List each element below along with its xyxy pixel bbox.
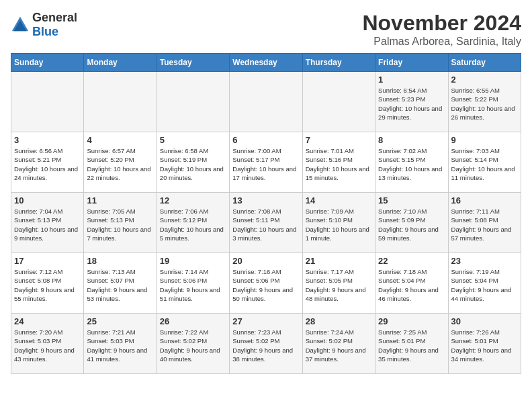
calendar-cell: 20Sunrise: 7:16 AM Sunset: 5:06 PM Dayli… bbox=[230, 253, 302, 314]
day-info: Sunrise: 7:13 AM Sunset: 5:07 PM Dayligh… bbox=[87, 267, 153, 303]
calendar-cell bbox=[230, 72, 302, 132]
calendar-week-row: 3Sunrise: 6:56 AM Sunset: 5:21 PM Daylig… bbox=[11, 132, 521, 193]
day-info: Sunrise: 7:10 AM Sunset: 5:09 PM Dayligh… bbox=[378, 207, 445, 242]
calendar-cell: 10Sunrise: 7:04 AM Sunset: 5:13 PM Dayli… bbox=[11, 193, 84, 253]
calendar-cell: 30Sunrise: 7:26 AM Sunset: 5:01 PM Dayli… bbox=[448, 314, 521, 374]
day-number: 8 bbox=[378, 135, 445, 145]
weekday-header: Monday bbox=[84, 54, 157, 72]
calendar-cell: 29Sunrise: 7:25 AM Sunset: 5:01 PM Dayli… bbox=[375, 314, 448, 374]
location-title: Palmas Arborea, Sardinia, Italy bbox=[362, 36, 521, 48]
calendar-cell: 4Sunrise: 6:57 AM Sunset: 5:20 PM Daylig… bbox=[84, 132, 157, 193]
day-info: Sunrise: 7:05 AM Sunset: 5:13 PM Dayligh… bbox=[87, 207, 153, 242]
day-number: 14 bbox=[306, 195, 372, 205]
calendar-cell: 17Sunrise: 7:12 AM Sunset: 5:08 PM Dayli… bbox=[11, 253, 84, 314]
day-number: 29 bbox=[378, 316, 445, 326]
calendar-week-row: 10Sunrise: 7:04 AM Sunset: 5:13 PM Dayli… bbox=[11, 193, 521, 253]
day-info: Sunrise: 7:24 AM Sunset: 5:02 PM Dayligh… bbox=[306, 328, 372, 363]
day-number: 19 bbox=[160, 256, 226, 266]
day-info: Sunrise: 7:03 AM Sunset: 5:14 PM Dayligh… bbox=[451, 146, 518, 182]
day-info: Sunrise: 7:19 AM Sunset: 5:04 PM Dayligh… bbox=[451, 267, 518, 303]
calendar-week-row: 17Sunrise: 7:12 AM Sunset: 5:08 PM Dayli… bbox=[11, 253, 521, 314]
day-number: 26 bbox=[160, 316, 226, 326]
day-number: 15 bbox=[378, 195, 445, 205]
calendar-cell: 11Sunrise: 7:05 AM Sunset: 5:13 PM Dayli… bbox=[84, 193, 157, 253]
calendar-cell: 24Sunrise: 7:20 AM Sunset: 5:03 PM Dayli… bbox=[11, 314, 84, 374]
calendar-cell: 18Sunrise: 7:13 AM Sunset: 5:07 PM Dayli… bbox=[84, 253, 157, 314]
day-info: Sunrise: 7:20 AM Sunset: 5:03 PM Dayligh… bbox=[14, 328, 81, 363]
calendar-cell: 8Sunrise: 7:02 AM Sunset: 5:15 PM Daylig… bbox=[375, 132, 448, 193]
calendar-cell: 5Sunrise: 6:58 AM Sunset: 5:19 PM Daylig… bbox=[157, 132, 229, 193]
day-info: Sunrise: 7:16 AM Sunset: 5:06 PM Dayligh… bbox=[232, 267, 299, 303]
calendar-cell: 16Sunrise: 7:11 AM Sunset: 5:08 PM Dayli… bbox=[448, 193, 521, 253]
weekday-header: Saturday bbox=[448, 54, 521, 72]
calendar-week-row: 1Sunrise: 6:54 AM Sunset: 5:23 PM Daylig… bbox=[11, 72, 521, 132]
calendar-header-row: SundayMondayTuesdayWednesdayThursdayFrid… bbox=[11, 54, 521, 72]
calendar-cell: 9Sunrise: 7:03 AM Sunset: 5:14 PM Daylig… bbox=[448, 132, 521, 193]
day-number: 27 bbox=[232, 316, 299, 326]
weekday-header: Tuesday bbox=[157, 54, 229, 72]
day-info: Sunrise: 6:56 AM Sunset: 5:21 PM Dayligh… bbox=[14, 146, 81, 182]
day-number: 25 bbox=[87, 316, 153, 326]
day-number: 10 bbox=[14, 195, 81, 205]
day-info: Sunrise: 7:18 AM Sunset: 5:04 PM Dayligh… bbox=[378, 267, 445, 303]
day-number: 18 bbox=[87, 256, 153, 266]
day-info: Sunrise: 7:23 AM Sunset: 5:02 PM Dayligh… bbox=[232, 328, 299, 363]
day-info: Sunrise: 7:06 AM Sunset: 5:12 PM Dayligh… bbox=[160, 207, 226, 242]
day-info: Sunrise: 7:01 AM Sunset: 5:16 PM Dayligh… bbox=[306, 146, 372, 182]
calendar-cell: 28Sunrise: 7:24 AM Sunset: 5:02 PM Dayli… bbox=[302, 314, 375, 374]
day-info: Sunrise: 7:00 AM Sunset: 5:17 PM Dayligh… bbox=[232, 146, 299, 182]
calendar-week-row: 24Sunrise: 7:20 AM Sunset: 5:03 PM Dayli… bbox=[11, 314, 521, 374]
calendar-body: 1Sunrise: 6:54 AM Sunset: 5:23 PM Daylig… bbox=[11, 72, 521, 374]
day-number: 6 bbox=[232, 135, 299, 145]
month-title: November 2024 bbox=[362, 11, 521, 36]
day-number: 17 bbox=[14, 256, 81, 266]
day-info: Sunrise: 7:08 AM Sunset: 5:11 PM Dayligh… bbox=[232, 207, 299, 242]
calendar-cell bbox=[11, 72, 84, 132]
day-info: Sunrise: 7:02 AM Sunset: 5:15 PM Dayligh… bbox=[378, 146, 445, 182]
calendar-cell: 25Sunrise: 7:21 AM Sunset: 5:03 PM Dayli… bbox=[84, 314, 157, 374]
day-number: 4 bbox=[87, 135, 153, 145]
day-number: 9 bbox=[451, 135, 518, 145]
calendar-cell: 19Sunrise: 7:14 AM Sunset: 5:06 PM Dayli… bbox=[157, 253, 229, 314]
calendar-cell: 2Sunrise: 6:55 AM Sunset: 5:22 PM Daylig… bbox=[448, 72, 521, 132]
day-number: 28 bbox=[306, 316, 372, 326]
calendar-cell: 21Sunrise: 7:17 AM Sunset: 5:05 PM Dayli… bbox=[302, 253, 375, 314]
day-info: Sunrise: 6:57 AM Sunset: 5:20 PM Dayligh… bbox=[87, 146, 153, 182]
day-number: 22 bbox=[378, 256, 445, 266]
calendar-table: SundayMondayTuesdayWednesdayThursdayFrid… bbox=[11, 53, 521, 374]
header: General Blue November 2024 Palmas Arbore… bbox=[11, 11, 521, 48]
calendar-cell: 13Sunrise: 7:08 AM Sunset: 5:11 PM Dayli… bbox=[230, 193, 302, 253]
calendar-cell: 6Sunrise: 7:00 AM Sunset: 5:17 PM Daylig… bbox=[230, 132, 302, 193]
day-number: 3 bbox=[14, 135, 81, 145]
day-number: 7 bbox=[306, 135, 372, 145]
day-info: Sunrise: 7:26 AM Sunset: 5:01 PM Dayligh… bbox=[451, 328, 518, 363]
calendar-cell bbox=[302, 72, 375, 132]
logo-blue-text: Blue bbox=[32, 25, 58, 38]
calendar-cell: 3Sunrise: 6:56 AM Sunset: 5:21 PM Daylig… bbox=[11, 132, 84, 193]
day-info: Sunrise: 6:55 AM Sunset: 5:22 PM Dayligh… bbox=[451, 86, 518, 122]
weekday-header: Thursday bbox=[302, 54, 375, 72]
day-number: 13 bbox=[232, 195, 299, 205]
calendar-cell: 12Sunrise: 7:06 AM Sunset: 5:12 PM Dayli… bbox=[157, 193, 229, 253]
calendar-cell: 22Sunrise: 7:18 AM Sunset: 5:04 PM Dayli… bbox=[375, 253, 448, 314]
day-number: 12 bbox=[160, 195, 226, 205]
day-info: Sunrise: 7:04 AM Sunset: 5:13 PM Dayligh… bbox=[14, 207, 81, 242]
day-number: 11 bbox=[87, 195, 153, 205]
weekday-header: Sunday bbox=[11, 54, 84, 72]
calendar-cell bbox=[84, 72, 157, 132]
weekday-header: Wednesday bbox=[230, 54, 302, 72]
day-number: 1 bbox=[378, 75, 445, 85]
calendar-cell: 1Sunrise: 6:54 AM Sunset: 5:23 PM Daylig… bbox=[375, 72, 448, 132]
calendar-cell: 14Sunrise: 7:09 AM Sunset: 5:10 PM Dayli… bbox=[302, 193, 375, 253]
calendar-cell: 26Sunrise: 7:22 AM Sunset: 5:02 PM Dayli… bbox=[157, 314, 229, 374]
calendar-cell: 15Sunrise: 7:10 AM Sunset: 5:09 PM Dayli… bbox=[375, 193, 448, 253]
day-number: 20 bbox=[232, 256, 299, 266]
day-number: 16 bbox=[451, 195, 518, 205]
day-number: 5 bbox=[160, 135, 226, 145]
calendar-cell: 23Sunrise: 7:19 AM Sunset: 5:04 PM Dayli… bbox=[448, 253, 521, 314]
day-number: 30 bbox=[451, 316, 518, 326]
day-number: 23 bbox=[451, 256, 518, 266]
day-info: Sunrise: 7:14 AM Sunset: 5:06 PM Dayligh… bbox=[160, 267, 226, 303]
day-info: Sunrise: 7:21 AM Sunset: 5:03 PM Dayligh… bbox=[87, 328, 153, 363]
day-info: Sunrise: 6:54 AM Sunset: 5:23 PM Dayligh… bbox=[378, 86, 445, 122]
